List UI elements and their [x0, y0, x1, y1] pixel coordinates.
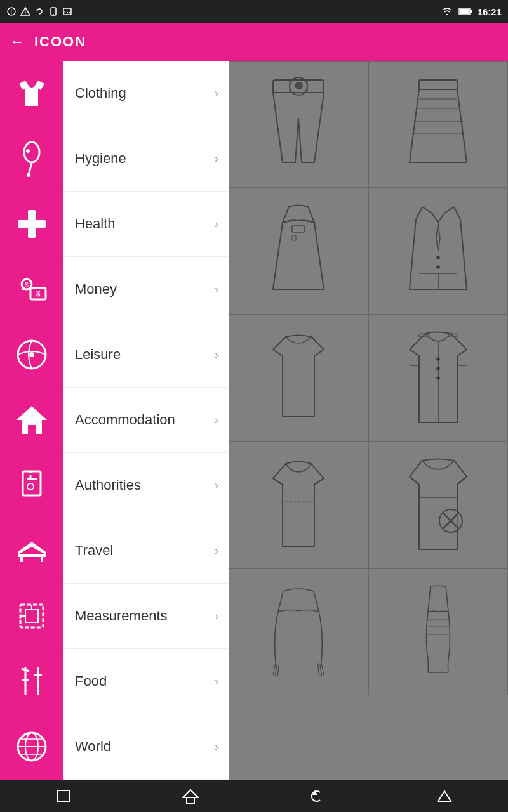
sidebar-item-travel[interactable]: Travel › — [0, 518, 229, 584]
health-chevron: › — [215, 218, 229, 231]
svg-rect-10 — [470, 10, 472, 13]
svg-rect-15 — [18, 220, 46, 228]
svg-line-82 — [320, 664, 322, 677]
measurements-icon-bg — [0, 584, 64, 649]
world-icon — [13, 728, 51, 766]
money-icon-bg: $ $ — [0, 257, 64, 322]
bottom-navigation — [0, 780, 508, 812]
food-chevron: › — [215, 675, 229, 688]
clothing-tshirt[interactable] — [229, 315, 368, 442]
svg-rect-31 — [18, 554, 46, 557]
svg-line-79 — [275, 664, 277, 677]
svg-line-80 — [277, 664, 279, 677]
notification-icon: ! — [6, 6, 17, 16]
warning-icon: ! — [20, 6, 30, 16]
status-bar: ! ! 16:21 — [0, 0, 508, 23]
nav-square-button[interactable] — [44, 783, 83, 809]
leisure-icon-bg — [0, 322, 64, 388]
clothing-skirt1[interactable] — [368, 61, 508, 188]
food-label: Food — [64, 673, 215, 690]
sidebar-item-money[interactable]: $ $ Money › — [0, 257, 229, 322]
hygiene-icon — [13, 140, 51, 178]
sidebar-item-leisure[interactable]: Leisure › — [0, 322, 229, 388]
svg-marker-23 — [17, 406, 47, 420]
clothing-dress[interactable] — [229, 188, 368, 315]
nav-back-button[interactable] — [298, 783, 337, 809]
phone-icon — [48, 6, 58, 16]
clothing-chevron: › — [215, 87, 229, 100]
clothing-label: Clothing — [64, 85, 215, 102]
world-label: World — [64, 738, 215, 755]
sidebar-item-food[interactable]: Food › — [0, 649, 229, 714]
svg-rect-7 — [64, 8, 71, 15]
measurements-label: Measurements — [64, 608, 215, 624]
food-icon — [13, 662, 51, 700]
svg-marker-89 — [183, 790, 198, 797]
svg-rect-88 — [57, 790, 70, 802]
hygiene-chevron: › — [215, 152, 229, 166]
clothing-trousers[interactable]: ⊗ — [229, 61, 368, 188]
svg-rect-33 — [41, 557, 43, 562]
sidebar-item-accommodation[interactable]: Accommodation › — [0, 388, 229, 453]
svg-rect-32 — [20, 557, 23, 562]
svg-point-66 — [437, 358, 439, 360]
sidebar-item-clothing[interactable]: Clothing › — [0, 61, 229, 126]
svg-point-67 — [437, 367, 439, 370]
nav-home-button[interactable] — [171, 783, 210, 809]
hygiene-icon-bg — [0, 126, 64, 192]
sync-icon — [34, 6, 44, 16]
clothing-sweater[interactable] — [229, 442, 368, 568]
leisure-label: Leisure — [64, 346, 215, 363]
authorities-chevron: › — [215, 479, 229, 492]
accommodation-icon-bg — [0, 388, 64, 453]
status-icons: ! ! — [6, 6, 72, 16]
nav-up-button[interactable] — [425, 783, 464, 809]
svg-point-61 — [437, 266, 439, 268]
svg-line-83 — [318, 664, 319, 677]
clothing-grid: ⊗ — [229, 61, 508, 780]
image-icon — [62, 6, 72, 16]
svg-point-11 — [24, 142, 39, 162]
world-icon-bg — [0, 714, 64, 780]
back-button[interactable]: ← — [10, 34, 24, 50]
money-label: Money — [64, 281, 215, 298]
svg-point-28 — [27, 483, 34, 490]
sidebar-item-health[interactable]: Health › — [0, 192, 229, 257]
sidebar-menu: Clothing › Hygiene › — [0, 61, 229, 780]
time-display: 16:21 — [478, 6, 502, 17]
svg-rect-35 — [25, 610, 38, 622]
measurements-chevron: › — [215, 610, 229, 623]
svg-point-68 — [437, 377, 439, 379]
status-right: 16:21 — [441, 6, 502, 17]
money-icon: $ $ — [13, 270, 51, 308]
accommodation-icon — [13, 401, 51, 439]
clothing-icon-bg — [0, 61, 64, 126]
app-title: ICOON — [34, 34, 86, 50]
main-content: Clothing › Hygiene › — [0, 61, 508, 780]
travel-icon — [13, 532, 51, 570]
clothing-suit[interactable] — [368, 188, 508, 315]
svg-rect-90 — [187, 797, 194, 804]
food-icon-bg — [0, 649, 64, 714]
clothing-jacket-x[interactable] — [368, 442, 508, 568]
svg-point-60 — [437, 256, 439, 259]
app-bar: ← ICOON — [0, 23, 508, 61]
svg-line-81 — [321, 662, 324, 675]
clothing-shawl[interactable] — [229, 568, 368, 695]
sidebar-item-world[interactable]: World › — [0, 714, 229, 780]
world-chevron: › — [215, 740, 229, 754]
battery-icon — [458, 7, 472, 16]
clothing-shirt[interactable] — [368, 315, 508, 442]
svg-point-22 — [29, 352, 34, 357]
sidebar-item-authorities[interactable]: Authorities › — [0, 453, 229, 518]
svg-rect-58 — [292, 226, 305, 232]
svg-rect-9 — [460, 9, 469, 14]
travel-label: Travel — [64, 542, 215, 559]
health-label: Health — [64, 216, 215, 232]
sidebar-item-hygiene[interactable]: Hygiene › — [0, 126, 229, 192]
clothing-scarf[interactable] — [368, 568, 508, 695]
sidebar-item-measurements[interactable]: Measurements › — [0, 584, 229, 649]
accommodation-chevron: › — [215, 414, 229, 427]
money-chevron: › — [215, 283, 229, 296]
travel-icon-bg — [0, 518, 64, 584]
